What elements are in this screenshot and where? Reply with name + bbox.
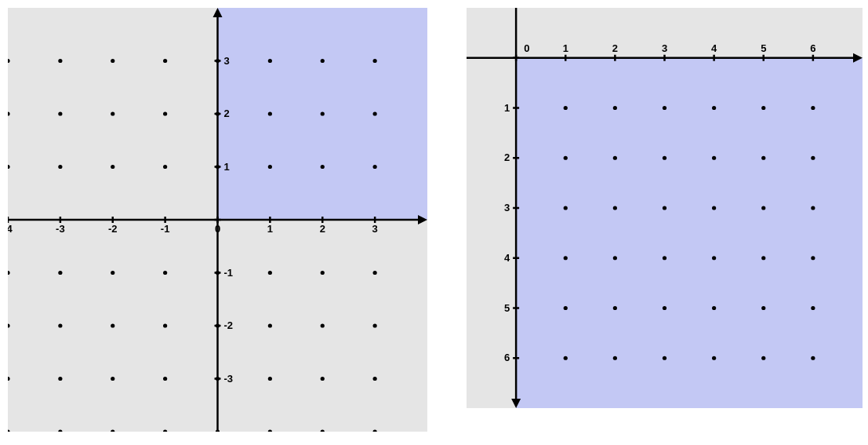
x-tick-label: 2 <box>320 223 325 235</box>
plot-right: 0123456123456 <box>467 8 863 432</box>
lattice-point <box>321 165 325 169</box>
lattice-point <box>761 206 765 210</box>
x-tick-label: -4 <box>8 223 13 235</box>
lattice-point <box>613 206 617 210</box>
lattice-point <box>111 271 114 275</box>
lattice-point <box>564 356 568 360</box>
lattice-point <box>613 356 617 360</box>
lattice-point <box>111 165 114 169</box>
lattice-point <box>321 59 325 63</box>
x-tick-label: -2 <box>108 223 118 235</box>
lattice-point <box>811 306 815 310</box>
lattice-point <box>712 256 716 260</box>
lattice-point <box>268 377 272 381</box>
lattice-point <box>811 106 815 110</box>
y-tick-label: -1 <box>224 267 234 279</box>
lattice-point <box>761 106 765 110</box>
lattice-point <box>564 156 568 160</box>
lattice-point <box>58 165 62 169</box>
x-tick-label: 6 <box>810 42 815 54</box>
lattice-point <box>216 271 220 275</box>
lattice-point <box>811 206 815 210</box>
lattice-point <box>163 111 167 115</box>
lattice-point <box>663 156 666 160</box>
lattice-point <box>58 111 62 115</box>
plot-left: -4-3-2-10123-3-2-1123 <box>8 8 427 432</box>
lattice-point <box>216 59 220 63</box>
lattice-point <box>111 377 114 381</box>
lattice-point <box>761 356 765 360</box>
lattice-point <box>216 377 220 381</box>
x-tick-label: 1 <box>267 223 273 235</box>
x-tick-label: 4 <box>711 42 717 54</box>
lattice-point <box>564 106 568 110</box>
x-tick-label: 2 <box>612 42 618 54</box>
lattice-point <box>163 377 167 381</box>
plots-container: -4-3-2-10123-3-2-1123 0123456123456 <box>0 0 868 440</box>
lattice-point <box>613 156 617 160</box>
lattice-point <box>373 59 377 63</box>
lattice-point <box>373 377 377 381</box>
lattice-point <box>663 206 666 210</box>
lattice-point <box>58 323 62 327</box>
lattice-point <box>811 356 815 360</box>
lattice-point <box>663 356 666 360</box>
lattice-point <box>811 156 815 160</box>
lattice-point <box>163 165 167 169</box>
lattice-point <box>163 323 167 327</box>
y-tick-label: 2 <box>504 151 510 163</box>
lattice-point <box>373 111 377 115</box>
y-tick-label: 6 <box>504 352 510 363</box>
lattice-point <box>373 271 377 275</box>
lattice-point <box>268 165 272 169</box>
y-tick-label: 5 <box>504 302 510 314</box>
lattice-point <box>712 106 716 110</box>
lattice-point <box>564 256 568 260</box>
lattice-point <box>321 271 325 275</box>
lattice-point <box>564 306 568 310</box>
lattice-point <box>613 256 617 260</box>
x-tick-label: 3 <box>662 42 667 54</box>
lattice-point <box>663 106 666 110</box>
lattice-point <box>58 59 62 63</box>
x-tick-label: 1 <box>563 42 568 54</box>
lattice-point <box>111 59 114 63</box>
lattice-point <box>268 59 272 63</box>
y-tick-label: -2 <box>224 319 234 331</box>
lattice-point <box>58 377 62 381</box>
lattice-point <box>321 111 325 115</box>
lattice-point <box>613 306 617 310</box>
lattice-point <box>712 156 716 160</box>
lattice-point <box>613 106 617 110</box>
lattice-point <box>111 111 114 115</box>
lattice-point <box>373 323 377 327</box>
highlight-region <box>516 58 863 408</box>
lattice-point <box>216 111 220 115</box>
lattice-point <box>268 271 272 275</box>
lattice-point <box>111 323 114 327</box>
lattice-point <box>321 377 325 381</box>
x-tick-label: 0 <box>215 223 220 235</box>
lattice-point <box>564 206 568 210</box>
x-tick-label: 0 <box>524 42 529 54</box>
x-tick-label: 5 <box>761 42 766 54</box>
lattice-point <box>712 306 716 310</box>
y-tick-label: 3 <box>224 55 230 67</box>
lattice-point <box>58 271 62 275</box>
lattice-point <box>712 356 716 360</box>
lattice-point <box>216 323 220 327</box>
y-tick-label: -3 <box>224 373 234 385</box>
y-tick-label: 2 <box>224 108 230 119</box>
y-tick-label: 1 <box>504 102 510 114</box>
x-tick-label: -1 <box>161 223 170 235</box>
lattice-point <box>373 165 377 169</box>
lattice-point <box>163 271 167 275</box>
lattice-point <box>712 206 716 210</box>
lattice-point <box>761 306 765 310</box>
lattice-point <box>663 256 666 260</box>
lattice-point <box>268 323 272 327</box>
x-tick-label: 3 <box>372 223 378 235</box>
lattice-point <box>761 256 765 260</box>
y-tick-label: 4 <box>504 252 510 264</box>
lattice-point <box>811 256 815 260</box>
